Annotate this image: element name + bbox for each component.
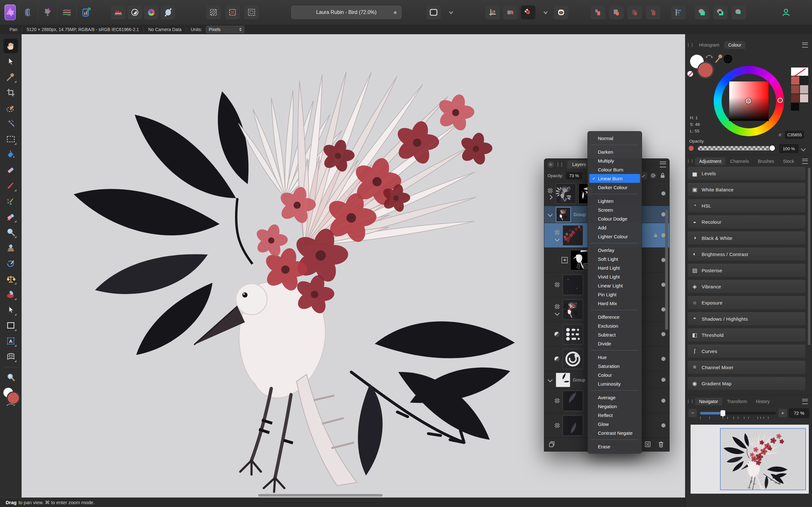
chevron-down-icon[interactable] [539, 5, 553, 20]
expand-chevron-icon[interactable] [548, 212, 553, 217]
liquify-persona-icon[interactable] [21, 5, 35, 20]
zoom-out-button[interactable]: − [688, 408, 697, 418]
alignment-icon[interactable] [671, 5, 686, 19]
export-persona-icon[interactable] [79, 5, 93, 20]
blend-menu-item[interactable]: ✓Negation [589, 402, 640, 411]
adjustment-curves[interactable]: ʃCurves [687, 344, 806, 358]
auto-colour-icon[interactable] [144, 5, 159, 19]
undo-brush-tool[interactable] [3, 256, 18, 271]
zoom-slider[interactable] [700, 412, 775, 414]
square-selector[interactable] [746, 98, 751, 104]
blend-menu-item[interactable]: ✓Hue [589, 353, 640, 361]
insert-behind-icon[interactable] [627, 5, 642, 19]
blend-menu-item[interactable]: ✓Colour [589, 371, 640, 379]
colour-opacity-value[interactable]: 100 % [779, 144, 798, 153]
chevron-down-icon[interactable] [444, 5, 458, 20]
swatch[interactable] [800, 85, 809, 94]
erase-tool[interactable] [3, 163, 18, 177]
colour-selector[interactable] [3, 388, 19, 406]
group-thumbnail[interactable] [556, 373, 570, 387]
fill-colour-swatch[interactable] [7, 392, 20, 404]
adjustment-tab-channels[interactable]: Channels [726, 158, 753, 165]
swatch[interactable] [791, 94, 800, 103]
account-icon[interactable] [779, 5, 793, 20]
blend-menu-item[interactable]: ✓Lighter Colour [589, 232, 640, 241]
arrange-docs-icon[interactable] [503, 5, 518, 19]
blend-menu-item[interactable]: ✓Lighten [589, 196, 640, 205]
blur-tool[interactable] [3, 225, 18, 239]
navigator-tab-navigator[interactable]: Navigator [695, 398, 722, 405]
layer-thumbnail[interactable] [563, 225, 583, 245]
zoom-percentage[interactable]: 72 % [789, 408, 809, 418]
gear-icon[interactable] [650, 172, 657, 179]
boolean-intersect-icon[interactable] [731, 5, 746, 19]
blend-menu-item[interactable]: ✓Exclusion [589, 321, 640, 330]
guides-icon[interactable] [485, 5, 500, 19]
crop-tool[interactable] [3, 85, 18, 100]
auto-contrast-icon[interactable] [128, 5, 142, 19]
swatch[interactable] [791, 76, 800, 85]
adjustment-tab-adjustment[interactable]: Adjustment [695, 158, 725, 165]
mask-layer-icon[interactable] [644, 441, 652, 449]
panel-menu-icon[interactable] [660, 162, 666, 167]
blend-menu-item[interactable]: ✓Difference [589, 313, 640, 321]
clone-tool[interactable] [3, 240, 18, 255]
move-tool[interactable] [3, 54, 18, 69]
marquee-tool[interactable] [3, 132, 18, 147]
insert-top-icon[interactable] [591, 5, 605, 19]
flood-select-tool[interactable] [3, 116, 18, 131]
hand-tool[interactable] [3, 39, 18, 53]
snapping-magnet-icon[interactable] [521, 5, 536, 19]
blend-menu-item[interactable]: ✓Add [589, 223, 640, 232]
navigator-tab-transform[interactable]: Transform [723, 398, 751, 405]
paint-brush-tool[interactable] [3, 178, 18, 193]
swatch[interactable] [800, 94, 809, 103]
drag-grip-icon[interactable] [688, 400, 693, 403]
affinity-photo-icon[interactable] [4, 4, 16, 20]
rectangle-tool[interactable] [3, 318, 18, 333]
adjustment-thumbnail[interactable] [563, 324, 583, 344]
blend-menu-item[interactable]: ✓Normal [589, 134, 640, 143]
navigator-viewport[interactable] [720, 428, 806, 490]
blend-menu-item[interactable]: ✓Soft Light [589, 255, 640, 263]
visibility-dot[interactable] [661, 332, 665, 336]
assistant-icon[interactable] [554, 5, 568, 19]
mesh-warp-tool[interactable] [3, 349, 18, 364]
blend-menu-item[interactable]: ✓Luminosity [589, 379, 640, 388]
adjustment-shadows-highlights[interactable]: ◓Shadows / Highlights [687, 312, 806, 326]
lock-icon[interactable] [653, 233, 658, 238]
zoom-slider-knob[interactable] [720, 410, 725, 416]
panel-menu-icon[interactable] [802, 399, 808, 404]
adjustment-channel-mixer[interactable]: ≡Channel Mixer [687, 360, 806, 374]
layer-thumbnail[interactable] [563, 299, 583, 320]
delete-layer-icon[interactable] [657, 441, 665, 449]
swap-colours-icon[interactable] [6, 403, 16, 406]
swatch[interactable] [800, 76, 809, 85]
opacity-value[interactable]: 73 % [566, 172, 583, 179]
adjustment-scrollbar[interactable] [808, 168, 810, 345]
colour-picker-tool[interactable] [3, 70, 18, 84]
blend-menu-item[interactable]: ✓Hard Mix [589, 299, 640, 308]
blend-menu-item[interactable]: ✓Divide [589, 339, 640, 348]
blend-menu-item[interactable]: ✓Colour Burn [589, 165, 640, 174]
blend-menu-item[interactable]: ✓Darker Colour [589, 183, 640, 192]
flood-fill-tool[interactable] [3, 147, 18, 162]
visibility-dot[interactable] [661, 357, 665, 361]
layer-thumbnail[interactable] [556, 207, 571, 222]
swap-colours-icon[interactable] [705, 53, 714, 60]
boolean-add-icon[interactable] [695, 5, 709, 19]
blend-menu-item[interactable]: ✓Saturation [589, 361, 640, 371]
blend-menu-item[interactable]: ✓Linear Light [589, 281, 640, 290]
blend-menu-item[interactable]: ✓Hard Light [589, 263, 640, 272]
horizontal-scrollbar[interactable] [258, 494, 383, 497]
expand-chevron-icon[interactable] [548, 377, 553, 383]
navigator-tab-history[interactable]: History [752, 398, 774, 405]
expand-chevron-icon[interactable] [554, 236, 560, 241]
navigator-preview[interactable] [690, 424, 809, 494]
adjustment-black-white[interactable]: ◑Black & White [687, 231, 806, 245]
swatch-none[interactable] [791, 67, 809, 76]
panel-menu-icon[interactable] [802, 43, 808, 48]
auto-white-balance-icon[interactable] [160, 5, 175, 19]
blend-menu-item[interactable]: ✓Vivid Light [589, 272, 640, 281]
colour-tab-histogram[interactable]: Histogram [695, 41, 723, 49]
